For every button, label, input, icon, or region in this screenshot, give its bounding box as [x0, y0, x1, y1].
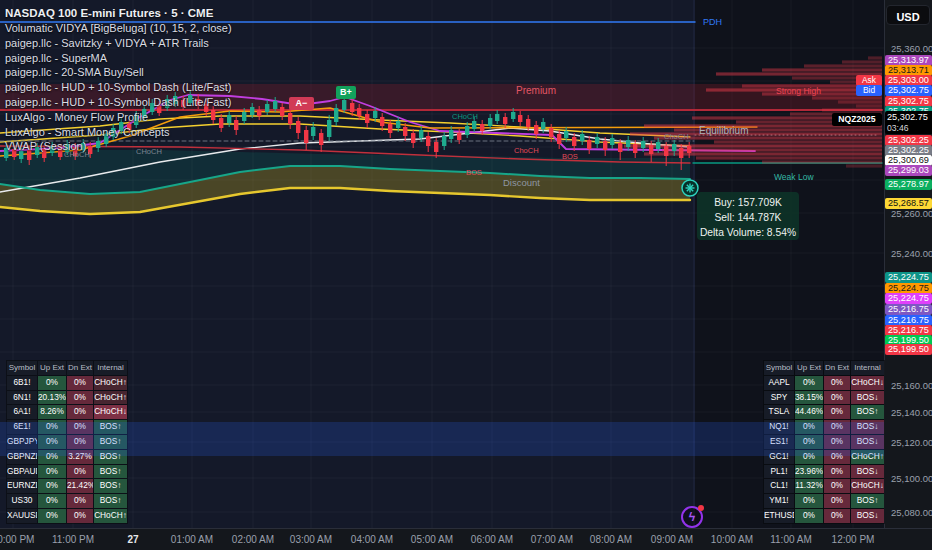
candle-body [610, 138, 614, 145]
candle-body [649, 145, 653, 154]
table-dnext-cell: 0% [824, 465, 850, 479]
price-tick-label: 25,100.00 [891, 473, 932, 484]
candle-body [134, 115, 138, 125]
time-tick-label: 12:00 PM [832, 534, 875, 545]
volume-bar [714, 140, 882, 143]
time-tick-label: 10:00 PM [0, 534, 34, 545]
time-tick-label: 02:00 AM [232, 534, 274, 545]
symbol-price-pill: NQZ2025 [832, 113, 882, 126]
candle-body [679, 148, 683, 158]
candle-body [250, 107, 254, 115]
spark-fab-button[interactable]: ϟ [681, 506, 703, 528]
time-tick-label: 07:00 AM [531, 534, 573, 545]
time-tick-label: 09:00 AM [651, 534, 693, 545]
price-level-label: 25,199.50 [885, 344, 932, 355]
table-upext-cell: 0% [795, 509, 823, 523]
candle-body [495, 114, 499, 121]
lightning-icon: ϟ [683, 508, 701, 526]
candle-body [42, 149, 46, 158]
volume-bar [762, 160, 882, 163]
tooltip-sell: Sell: 144.787K [697, 210, 799, 225]
candle-body [165, 99, 169, 108]
zone-label: Strong High [776, 86, 821, 96]
table-header: Symbol [764, 361, 794, 375]
candle-body [204, 104, 208, 112]
table-dnext-cell: 3.27% [67, 450, 93, 464]
candle-body [357, 108, 361, 116]
ask-tag: Ask [856, 75, 882, 86]
price-level-label: 25,216.75 [885, 315, 932, 326]
table-dnext-cell: 0% [67, 376, 93, 390]
candle-body [327, 120, 331, 137]
table-internal-cell: BOS↑ [94, 494, 127, 508]
candle-body [196, 99, 200, 106]
table-dnext-cell: 0% [67, 405, 93, 419]
table-symbol-cell: NQ1! [764, 420, 794, 434]
zone-label: Equilibrium [699, 125, 748, 136]
price-level-label: 25,302.25 [885, 135, 932, 146]
time-axis[interactable]: 10:00 PM11:00 PM2701:00 AM02:00 AM03:00 … [0, 528, 932, 550]
table-internal-cell: CHoCH↓ [851, 479, 884, 493]
candle-body [564, 131, 568, 138]
candle-body [111, 128, 115, 137]
table-upext-cell: 20.13% [38, 391, 66, 405]
candle-body [526, 119, 530, 127]
zone-label: PDH [703, 17, 722, 27]
table-header: Internal [851, 361, 884, 375]
candle-body [157, 106, 161, 113]
candle-body [234, 120, 238, 130]
price-tick-label: 25,260.00 [891, 208, 932, 219]
table-dnext-cell: 0% [67, 435, 93, 449]
candle-body [181, 100, 185, 107]
table-dnext-cell: 0% [824, 391, 850, 405]
candle-body [50, 146, 54, 153]
volume-bar [804, 64, 882, 67]
time-tick-label: 05:00 AM [411, 534, 453, 545]
price-level-label: 25,302.75 [885, 96, 932, 107]
table-internal-cell: BOS↓ [851, 420, 884, 434]
table-symbol-cell: 6N1! [7, 391, 37, 405]
table-internal-cell: CHoCH↑ [94, 509, 127, 523]
candle-body [534, 125, 538, 134]
table-internal-cell: BOS↑ [851, 494, 884, 508]
volume-bar [842, 60, 882, 63]
table-symbol-cell: AAPL [764, 376, 794, 390]
table-symbol-cell: CL1! [764, 479, 794, 493]
table-dnext-cell: 0% [824, 435, 850, 449]
table-internal-cell: BOS↑ [94, 479, 127, 493]
price-level-label: 25,302.75 [885, 85, 932, 96]
candle-body [442, 136, 446, 146]
smc-dashboard-right: SymbolUp ExtDn ExtInternalAAPL0%0%CHoCH↓… [763, 360, 885, 524]
table-upext-cell: 0% [795, 376, 823, 390]
table-dnext-cell: 0% [67, 391, 93, 405]
table-dnext-cell: 0% [824, 450, 850, 464]
table-symbol-cell: PL1! [764, 465, 794, 479]
table-internal-cell: BOS↑ [94, 435, 127, 449]
price-level-label: 25,278.97 [885, 179, 932, 190]
price-level-label: 25,300.69 [885, 155, 932, 166]
table-upext-cell: 0% [38, 376, 66, 390]
table-internal-cell: BOS↓ [851, 391, 884, 405]
tooltip-buy: Buy: 157.709K [697, 195, 799, 210]
table-header: Symbol [7, 361, 37, 375]
zone-label: Premium [516, 85, 556, 96]
table-internal-cell: BOS↑ [94, 420, 127, 434]
currency-toggle-button[interactable]: USD [886, 5, 930, 25]
volume-bar [624, 144, 882, 147]
table-upext-cell: 0% [795, 435, 823, 449]
candle-body [188, 95, 192, 103]
time-tick-label: 03:00 AM [290, 534, 332, 545]
table-symbol-cell: YM1! [764, 494, 794, 508]
price-level-label: 25,224.75 [885, 283, 932, 294]
price-tick-label: 25,140.00 [891, 407, 932, 418]
candle-body [380, 117, 384, 126]
candle-body [687, 146, 691, 153]
price-level-label: 25,268.57 [885, 198, 932, 209]
table-internal-cell: BOS↓ [851, 509, 884, 523]
table-internal-cell: CHoCH↑ [94, 391, 127, 405]
candle-body [656, 142, 660, 149]
candle-body [288, 113, 292, 124]
table-header: Dn Ext [824, 361, 850, 375]
candle-body [227, 115, 231, 123]
candle-body [664, 146, 668, 156]
